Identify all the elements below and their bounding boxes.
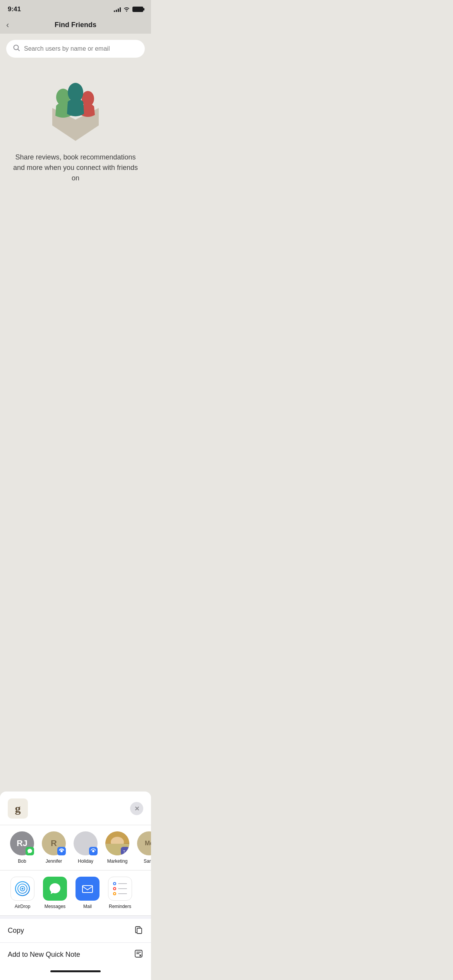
search-icon bbox=[13, 45, 20, 53]
search-input[interactable] bbox=[24, 45, 138, 52]
nav-bar: ‹ Find Friends bbox=[0, 16, 151, 34]
description-text: Share reviews, book recommendations and … bbox=[6, 152, 145, 191]
search-bar[interactable] bbox=[6, 40, 145, 58]
main-content: Share reviews, book recommendations and … bbox=[0, 34, 151, 197]
wifi-icon bbox=[123, 6, 130, 13]
status-bar: 9:41 bbox=[0, 0, 151, 16]
page-title: Find Friends bbox=[55, 21, 96, 29]
back-button[interactable]: ‹ bbox=[6, 20, 9, 30]
battery-icon bbox=[132, 7, 143, 12]
status-time: 9:41 bbox=[8, 5, 21, 13]
svg-point-4 bbox=[68, 83, 83, 102]
illustration bbox=[6, 65, 145, 143]
status-icons bbox=[114, 6, 143, 13]
signal-icon bbox=[114, 7, 121, 12]
